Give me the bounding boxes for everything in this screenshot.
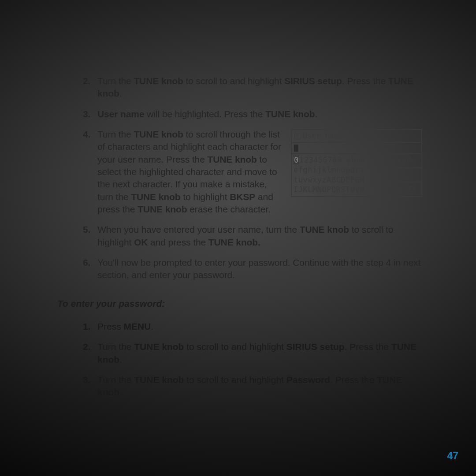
manual-page: Turn the TUNE knob to scroll to and high… <box>56 75 422 407</box>
username-steps: Turn the TUNE knob to scroll to and high… <box>56 75 422 282</box>
step-4: Turn the TUNE knob to scroll through the… <box>56 128 422 216</box>
screen-title-text: User name <box>303 131 343 141</box>
char-row-2: efghijklmnopqrs <box>294 165 382 175</box>
screen-button-column: BKSP OK CANCEL <box>382 154 421 196</box>
pw-step-2: Turn the TUNE knob to scroll to and high… <box>56 341 422 366</box>
bksp-button: BKSP <box>383 154 421 168</box>
pw-step-3: Turn the TUNE knob to scroll to and high… <box>56 374 422 399</box>
step-5: When you have entered your user name, tu… <box>56 223 422 249</box>
character-grid: 0123456789 abcd efghijklmnopqrs tuvwxyzA… <box>292 154 382 196</box>
text-cursor <box>294 145 298 152</box>
cancel-button: CANCEL <box>383 182 421 196</box>
step-3: User name will be highlighted. Press the… <box>56 108 422 120</box>
screen-title-bar: User name <box>292 130 421 143</box>
device-screen: User name 0123456789 abcd efghijklmnopqr… <box>291 129 422 197</box>
step-2: Turn the TUNE knob to scroll to and high… <box>56 75 422 100</box>
screen-input-field <box>292 143 421 154</box>
password-steps: Press MENU. Turn the TUNE knob to scroll… <box>56 320 422 399</box>
char-row-3: tuvwxyzABCDEFGH <box>294 175 382 185</box>
step-4-text: Turn the TUNE knob to scroll through the… <box>97 128 284 216</box>
char-row-1: 0123456789 abcd <box>294 155 382 165</box>
step-6: You'll now be prompted to enter your pas… <box>56 257 422 282</box>
ok-button: OK <box>383 168 421 182</box>
password-subheading: To enter your password: <box>57 298 422 309</box>
list-icon <box>294 133 300 139</box>
char-row-4: IJKLMNOPQRSTUVW <box>294 185 382 194</box>
pw-step-1: Press MENU. <box>56 320 422 333</box>
page-number: 47 <box>447 450 458 462</box>
